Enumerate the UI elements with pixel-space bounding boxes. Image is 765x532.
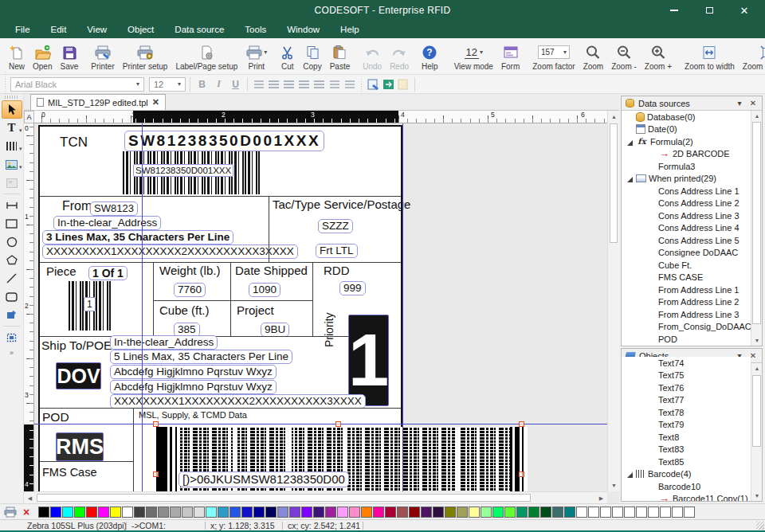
color-swatch[interactable] xyxy=(385,507,396,518)
menu-item[interactable]: Edit xyxy=(41,21,77,38)
rdd-label[interactable]: RDD xyxy=(324,264,350,277)
tcn-value-field[interactable]: SW81238350D001XXX xyxy=(124,131,324,151)
tree-item[interactable]: Text79 xyxy=(622,419,751,432)
color-swatch[interactable] xyxy=(86,507,97,518)
tac-label[interactable]: Tac/Type Service/Postage xyxy=(273,198,410,211)
print-button[interactable]: ▾ Print xyxy=(241,42,271,71)
tree-item[interactable]: Database(0) xyxy=(622,111,751,123)
maximize-button[interactable] xyxy=(692,0,727,21)
scrollbar-thumb[interactable] xyxy=(37,494,531,502)
save-button[interactable]: Save xyxy=(56,42,82,71)
rectangle-tool[interactable] xyxy=(2,214,22,233)
panel-scrollbar[interactable]: ▲ ▼ xyxy=(751,363,762,501)
ship-lines-note-field[interactable]: 5 Lines Max, 35 Characters Per Line xyxy=(110,350,292,364)
tree-item[interactable]: Barcode11 Copy(1) xyxy=(622,493,751,502)
cube-label[interactable]: Cube (ft.) xyxy=(159,303,210,317)
align-justify-icon[interactable] xyxy=(312,78,326,91)
color-swatch[interactable] xyxy=(397,507,408,518)
insert-data-icon[interactable] xyxy=(382,78,395,91)
panel-close-icon[interactable]: ✕ xyxy=(748,99,758,108)
scroll-up-icon[interactable]: ▲ xyxy=(751,111,763,121)
color-swatch[interactable] xyxy=(146,507,157,518)
color-swatch[interactable] xyxy=(624,507,635,518)
scrollbar-thumb[interactable] xyxy=(752,375,761,447)
tab-close-icon[interactable]: ✕ xyxy=(152,97,159,108)
color-swatch[interactable] xyxy=(301,507,312,518)
zoom-out-button[interactable]: Zoom - xyxy=(607,42,641,71)
color-swatch[interactable] xyxy=(218,507,229,518)
panel-menu-icon[interactable]: ▾ xyxy=(735,99,744,108)
tree-item[interactable]: Cons Address Line 2 xyxy=(622,198,751,210)
expand-toggle-icon[interactable] xyxy=(626,125,636,133)
color-swatch[interactable] xyxy=(313,507,324,518)
tree-item[interactable]: Formula(2) xyxy=(622,135,751,148)
color-swatch[interactable] xyxy=(612,507,623,518)
scroll-up-icon[interactable]: ▲ xyxy=(608,111,620,123)
paste-button[interactable]: Paste xyxy=(326,42,355,71)
polygon-tool[interactable] xyxy=(2,251,22,269)
rounded-rectangle-tool[interactable] xyxy=(2,288,22,306)
color-swatch[interactable] xyxy=(516,507,528,518)
piece-label[interactable]: Piece xyxy=(46,264,76,278)
color-swatch[interactable] xyxy=(469,507,480,518)
color-swatch[interactable] xyxy=(481,507,492,518)
ellipse-tool[interactable] xyxy=(2,233,22,251)
pdf417-text-field[interactable]: [)>06JKUSMSW81238350D00 xyxy=(178,471,349,487)
color-swatch[interactable] xyxy=(158,507,169,518)
toolbox-expand-icon[interactable]: » xyxy=(10,349,14,357)
color-swatch[interactable] xyxy=(110,507,121,518)
color-swatch[interactable] xyxy=(636,507,647,518)
color-swatch[interactable] xyxy=(349,507,360,518)
color-swatch[interactable] xyxy=(230,507,241,518)
color-swatch[interactable] xyxy=(409,507,420,518)
barcode-tool[interactable]: ▾ xyxy=(2,137,22,155)
line-tool[interactable] xyxy=(2,196,22,214)
color-swatch[interactable] xyxy=(170,507,181,518)
date-shipped-value-field[interactable]: 1090 xyxy=(249,283,280,297)
color-swatch[interactable] xyxy=(492,507,504,518)
scroll-left-icon[interactable]: ◀ xyxy=(24,492,36,504)
open-button[interactable]: Open xyxy=(29,42,56,71)
tree-item[interactable]: Text85 xyxy=(622,456,751,468)
horizontal-ruler[interactable]: 0123456 xyxy=(34,111,607,123)
bold-button[interactable]: B xyxy=(194,77,210,92)
text-tool[interactable]: T▾ xyxy=(2,119,22,137)
menu-item[interactable]: File xyxy=(5,21,41,38)
piece-value-field[interactable]: 1 Of 1 xyxy=(88,266,128,280)
redo-button[interactable]: Redo xyxy=(386,42,413,71)
image-tool[interactable]: ▾ xyxy=(2,155,22,174)
align-right-icon[interactable] xyxy=(297,78,311,91)
priority-value-box[interactable]: 1 xyxy=(348,315,389,406)
tree-item[interactable]: Date(0) xyxy=(622,123,751,136)
date-shipped-label[interactable]: Date Shipped xyxy=(235,264,308,277)
color-swatch[interactable] xyxy=(660,507,671,518)
resize-grip[interactable] xyxy=(756,522,764,530)
project-value-field[interactable]: 9BU xyxy=(261,323,289,337)
color-swatch[interactable] xyxy=(265,507,277,518)
selection-handle[interactable] xyxy=(519,471,524,477)
ship-line4-field[interactable]: Abcdefg Higjklmno Pqrstuv Wxyz xyxy=(110,380,277,394)
panel-scrollbar[interactable]: ▲ ▼ xyxy=(751,111,762,346)
tree-item[interactable]: Text78 xyxy=(622,406,751,419)
color-swatch[interactable] xyxy=(648,507,659,518)
tree-item[interactable]: Consignee DoDAAC xyxy=(622,247,751,260)
zoom-to-width-button[interactable]: Zoom to width xyxy=(681,42,739,71)
scroll-up-icon[interactable]: ▲ xyxy=(751,363,763,374)
project-label[interactable]: Project xyxy=(237,303,274,317)
from-label[interactable]: From xyxy=(62,199,92,213)
printer-button[interactable]: Printer xyxy=(87,42,118,71)
selection-tool[interactable] xyxy=(2,100,22,119)
zoom-button[interactable]: Zoom xyxy=(579,42,608,71)
tree-item[interactable]: Text75 xyxy=(622,370,751,382)
color-swatch[interactable] xyxy=(38,507,49,518)
menu-item[interactable]: Tools xyxy=(234,21,277,38)
tree-item[interactable]: Cons Address Line 3 xyxy=(622,209,751,222)
menu-item[interactable]: Object xyxy=(117,21,164,38)
tree-item[interactable]: Text77 xyxy=(622,394,751,407)
color-swatch[interactable] xyxy=(182,507,193,518)
ship-line3-field[interactable]: Abcdefg Higjklmno Pqrstuv Wxyz xyxy=(110,365,277,379)
data-sources-header[interactable]: Data sources ▾ ✕ xyxy=(622,96,762,111)
tree-item[interactable]: Text8 xyxy=(622,431,751,444)
zoom-in-button[interactable]: Zoom + xyxy=(641,42,676,71)
rms-box[interactable]: RMS xyxy=(56,432,104,461)
